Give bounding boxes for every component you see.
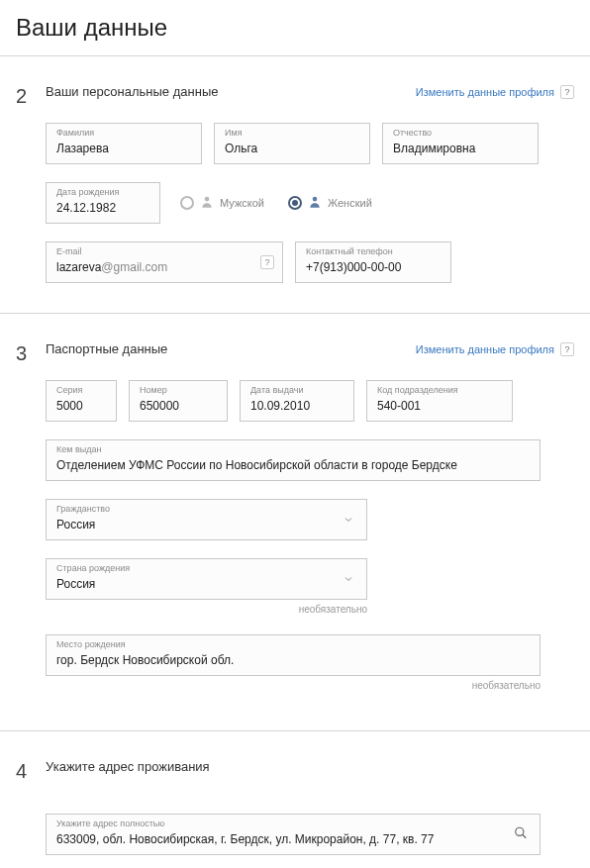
gender-female-label: Женский xyxy=(328,197,372,209)
surname-label: Фамилия xyxy=(56,128,94,138)
phone-value: +7(913)000-00-00 xyxy=(306,260,441,274)
male-icon xyxy=(200,195,214,212)
section-number: 3 xyxy=(16,341,46,701)
issued-by-value: Отделением УФМС России по Новосибирской … xyxy=(56,458,530,472)
svg-line-3 xyxy=(523,834,527,838)
svg-point-0 xyxy=(205,196,210,201)
phone-field[interactable]: Контактный телефон +7(913)000-00-00 xyxy=(295,241,451,283)
number-label: Номер xyxy=(140,385,167,395)
issue-date-label: Дата выдачи xyxy=(250,385,303,395)
gender-group: Мужской Женский xyxy=(180,195,372,212)
address-label: Укажите адрес полностью xyxy=(56,819,164,828)
section-number: 4 xyxy=(16,759,46,855)
birth-country-select[interactable]: Страна рождения Россия xyxy=(46,558,367,600)
issue-date-value: 10.09.2010 xyxy=(250,399,344,413)
citizenship-value: Россия xyxy=(56,518,356,531)
dept-code-label: Код подразделения xyxy=(377,385,458,395)
optional-hint: необязательно xyxy=(46,680,541,691)
issue-date-field[interactable]: Дата выдачи 10.09.2010 xyxy=(240,380,354,422)
chevron-down-icon xyxy=(343,573,354,585)
citizenship-label: Гражданство xyxy=(56,504,110,514)
surname-field[interactable]: Фамилия Лазарева xyxy=(46,123,202,164)
patronymic-value: Владимировна xyxy=(393,142,528,155)
section-title-personal: Ваши персональные данные xyxy=(46,84,218,99)
surname-value: Лазарева xyxy=(56,142,191,155)
edit-profile-text: Изменить данные профиля xyxy=(416,343,554,355)
section-passport: 3 Паспортные данные Изменить данные проф… xyxy=(0,314,590,731)
number-value: 650000 xyxy=(140,399,217,413)
section-address: 4 Укажите адрес проживания Укажите адрес… xyxy=(0,731,590,868)
passport-series-field[interactable]: Серия 5000 xyxy=(46,380,117,422)
svg-point-2 xyxy=(516,827,524,835)
dob-label: Дата рождения xyxy=(56,187,120,197)
page-title: Ваши данные xyxy=(0,0,590,56)
svg-point-1 xyxy=(313,196,318,201)
email-value: lazareva@gmail.com xyxy=(56,260,272,274)
edit-profile-text: Изменить данные профиля xyxy=(416,86,554,98)
email-field[interactable]: E-mail lazareva@gmail.com ? xyxy=(46,241,283,283)
section-personal: 2 Ваши персональные данные Изменить данн… xyxy=(0,56,590,314)
address-value: 633009, обл. Новосибирская, г. Бердск, у… xyxy=(56,832,530,846)
dob-field[interactable]: Дата рождения 24.12.1982 xyxy=(46,182,160,224)
edit-profile-link[interactable]: Изменить данные профиля ? xyxy=(416,85,574,99)
birth-place-field[interactable]: Место рождения гор. Бердск Новосибирской… xyxy=(46,634,541,676)
gender-female-radio[interactable] xyxy=(288,196,302,210)
issued-by-label: Кем выдан xyxy=(56,444,101,454)
phone-label: Контактный телефон xyxy=(306,246,393,256)
help-icon[interactable]: ? xyxy=(260,255,274,269)
patronymic-label: Отчество xyxy=(393,128,432,138)
name-label: Имя xyxy=(225,128,243,138)
optional-hint: необязательно xyxy=(46,604,367,615)
issued-by-field[interactable]: Кем выдан Отделением УФМС России по Ново… xyxy=(46,439,541,481)
gender-male-label: Мужской xyxy=(220,197,264,209)
birth-place-label: Место рождения xyxy=(56,639,126,649)
address-field[interactable]: Укажите адрес полностью 633009, обл. Нов… xyxy=(46,814,541,855)
section-title-passport: Паспортные данные xyxy=(46,341,167,356)
section-number: 2 xyxy=(16,84,46,283)
series-value: 5000 xyxy=(56,399,106,413)
help-icon[interactable]: ? xyxy=(560,342,574,356)
name-field[interactable]: Имя Ольга xyxy=(214,123,370,164)
search-icon[interactable] xyxy=(514,826,528,843)
email-label: E-mail xyxy=(56,246,82,256)
gender-male-radio[interactable] xyxy=(180,196,194,210)
dob-value: 24.12.1982 xyxy=(56,201,149,215)
birth-country-value: Россия xyxy=(56,577,356,591)
dept-code-value: 540-001 xyxy=(377,399,502,413)
birth-place-value: гор. Бердск Новосибирской обл. xyxy=(56,653,530,667)
citizenship-select[interactable]: Гражданство Россия xyxy=(46,499,367,540)
chevron-down-icon xyxy=(343,514,354,526)
series-label: Серия xyxy=(56,385,82,395)
name-value: Ольга xyxy=(225,142,359,155)
help-icon[interactable]: ? xyxy=(560,85,574,99)
patronymic-field[interactable]: Отчество Владимировна xyxy=(382,123,539,164)
edit-profile-link[interactable]: Изменить данные профиля ? xyxy=(416,342,574,356)
passport-number-field[interactable]: Номер 650000 xyxy=(129,380,228,422)
dept-code-field[interactable]: Код подразделения 540-001 xyxy=(366,380,513,422)
section-title-address: Укажите адрес проживания xyxy=(46,759,210,774)
birth-country-label: Страна рождения xyxy=(56,563,130,573)
female-icon xyxy=(308,195,322,212)
